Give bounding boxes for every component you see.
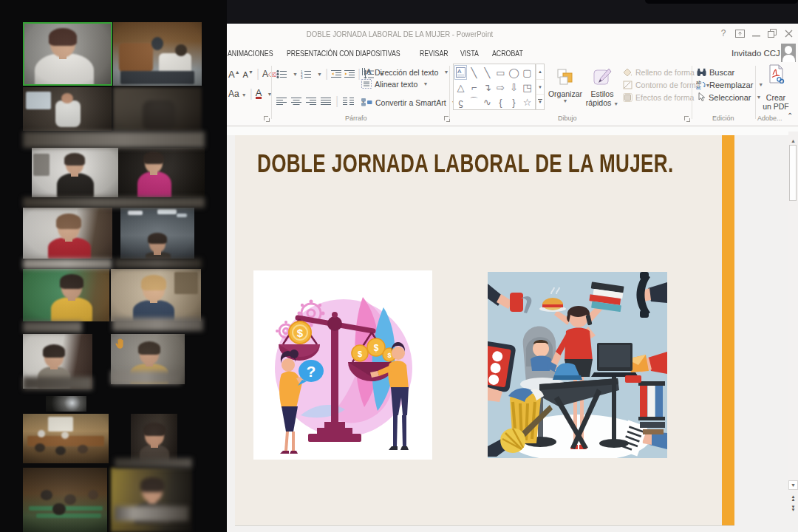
help-button[interactable]: ? [715, 24, 732, 43]
text-direction-button[interactable]: A Dirección del texto▼ [361, 67, 449, 77]
vertical-scrollbar[interactable]: ▲ ▼ [788, 132, 798, 492]
clear-formatting-button[interactable]: A⌫ [262, 69, 276, 79]
next-slide-button[interactable]: ▼▼ [788, 504, 798, 513]
shape-option[interactable]: ▭ [494, 65, 507, 80]
close-button[interactable] [780, 24, 797, 43]
participant-hair [143, 423, 166, 436]
scene-shape [177, 214, 187, 217]
shape-option[interactable]: A [454, 65, 467, 80]
shape-option[interactable]: { [494, 95, 507, 109]
video-tile[interactable] [32, 148, 118, 197]
scene-shape [151, 37, 163, 50]
video-tile[interactable] [23, 208, 112, 259]
drawing-dialog-launcher[interactable] [683, 115, 690, 122]
gallery-up-button[interactable]: ▲ [536, 64, 544, 79]
shapes-gallery[interactable]: A╲╲▭◯▢△⌐↴⇨⇩◳ϛ⌒∿{}☆ [453, 64, 536, 110]
find-button[interactable]: Buscar [697, 68, 734, 77]
shape-option[interactable]: ╲ [481, 65, 494, 80]
shrink-font-button[interactable]: A▼ [243, 69, 253, 79]
shape-option[interactable]: ☆ [521, 95, 533, 109]
decrease-indent-button[interactable] [331, 69, 341, 79]
find-icon [697, 68, 706, 77]
shape-fill-button[interactable]: Relleno de forma▼ [623, 68, 705, 77]
account-avatar[interactable] [781, 44, 796, 62]
video-tile[interactable] [113, 87, 202, 131]
organize-button[interactable]: Organizar ▼ [548, 67, 583, 103]
video-tile[interactable] [23, 87, 112, 131]
minimize-button[interactable] [748, 24, 764, 43]
tab-revisar[interactable]: REVISAR [420, 43, 449, 63]
video-tile[interactable] [131, 414, 177, 463]
participant-neck [59, 52, 66, 59]
align-left-button[interactable] [276, 97, 287, 106]
shape-option[interactable]: ↴ [481, 80, 494, 95]
bullets-button[interactable] [276, 69, 287, 79]
svg-text:$: $ [374, 343, 379, 353]
tab-presentacion[interactable]: PRESENTACIÓN CON DIAPOSITIVAS [287, 43, 400, 63]
video-tile[interactable] [113, 22, 202, 86]
participant-body [57, 173, 94, 197]
shape-option[interactable]: ∿ [481, 95, 494, 109]
shape-option[interactable]: ⇨ [494, 80, 507, 95]
slide-canvas[interactable]: DOBLE JORNADA LABORAL DE LA MUJER. [235, 135, 734, 526]
select-button[interactable]: Seleccionar▼ [697, 92, 761, 102]
previous-slide-button[interactable]: ▲▲ [788, 494, 798, 502]
numbering-dropdown[interactable]: ▼ [317, 72, 322, 77]
scroll-down-button[interactable]: ▼ [788, 480, 798, 490]
tab-animaciones[interactable]: ANIMACIONES [228, 43, 273, 63]
gallery-more-button[interactable]: ▼ [536, 94, 544, 109]
video-tile[interactable] [120, 208, 194, 259]
align-text-button[interactable]: Alinear texto▼ [361, 79, 428, 89]
shape-option[interactable]: ◳ [521, 80, 533, 95]
columns-button[interactable] [343, 97, 354, 106]
svg-text:ac: ac [696, 85, 702, 89]
participant-hair [138, 341, 160, 355]
scene-shape [157, 209, 177, 214]
video-tile[interactable] [46, 396, 86, 412]
shape-option[interactable]: ϛ [454, 95, 467, 109]
shape-option[interactable]: △ [454, 80, 467, 95]
video-tile-active-speaker[interactable] [23, 22, 112, 86]
tab-vista[interactable]: VISTA [460, 43, 479, 63]
font-color-button[interactable]: A [256, 89, 262, 99]
collapse-ribbon-button[interactable]: ⌃ [787, 112, 793, 120]
font-dialog-launcher[interactable] [263, 115, 270, 122]
video-tile[interactable] [23, 414, 109, 463]
change-case-button[interactable]: Aa▼ [228, 89, 247, 99]
shape-option[interactable]: ⌐ [468, 80, 480, 95]
shape-option[interactable]: ▢ [521, 65, 533, 80]
justify-button[interactable] [321, 97, 331, 106]
participant-hair [49, 28, 77, 46]
bullets-dropdown[interactable]: ▼ [293, 72, 298, 77]
align-center-button[interactable] [291, 97, 301, 106]
increase-indent-button[interactable] [344, 69, 355, 79]
create-pdf-button[interactable]: Crear un PDF [759, 64, 793, 111]
quick-styles-button[interactable]: Estilos rápidos▼ [585, 67, 619, 107]
numbering-button[interactable]: 123 [301, 69, 312, 79]
align-right-button[interactable] [306, 97, 316, 106]
gallery-down-button[interactable]: ▼ [536, 79, 544, 94]
shape-option[interactable]: ◯ [508, 65, 520, 80]
video-tile[interactable] [111, 269, 201, 321]
ribbon-options-button[interactable] [732, 24, 748, 43]
svg-text:3: 3 [301, 75, 303, 79]
video-tile[interactable] [111, 468, 192, 532]
shape-option[interactable]: } [508, 95, 520, 109]
shape-option[interactable]: ⇩ [508, 80, 520, 95]
replace-button[interactable]: abac Reemplazar▼ [696, 80, 763, 89]
balance-scale-illustration: $ $ $ $ [253, 270, 432, 460]
video-tile[interactable] [118, 148, 205, 197]
participant-hair [56, 214, 81, 229]
convert-smartart-button[interactable]: Convertir a SmartArt▼ [361, 98, 457, 107]
shape-option[interactable]: ⌒ [468, 95, 480, 109]
restore-button[interactable] [764, 24, 780, 43]
grow-font-button[interactable]: A▲ [228, 69, 240, 80]
shapes-gallery-arrows: ▲ ▼ ▼ [536, 64, 545, 110]
participant-face [145, 154, 163, 173]
group-label-dibujo: Dibujo [558, 115, 577, 122]
video-tile[interactable] [23, 269, 109, 321]
video-tile[interactable] [23, 468, 107, 532]
shape-option[interactable]: ╲ [468, 65, 480, 80]
tab-acrobat[interactable]: ACROBAT [492, 43, 523, 63]
scrollbar-thumb[interactable] [789, 145, 797, 201]
